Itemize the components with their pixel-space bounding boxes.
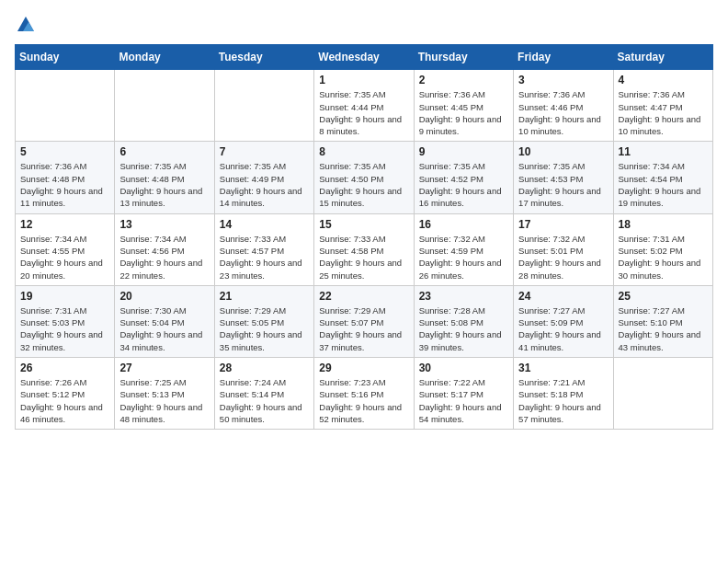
calendar-header-row: SundayMondayTuesdayWednesdayThursdayFrid… bbox=[16, 45, 713, 70]
day-number: 14 bbox=[220, 218, 309, 231]
calendar-cell: 27Sunrise: 7:25 AM Sunset: 5:13 PM Dayli… bbox=[115, 358, 214, 430]
day-number: 22 bbox=[319, 290, 408, 303]
calendar-cell: 13Sunrise: 7:34 AM Sunset: 4:56 PM Dayli… bbox=[115, 213, 214, 285]
day-info: Sunrise: 7:29 AM Sunset: 5:05 PM Dayligh… bbox=[220, 304, 309, 353]
day-number: 6 bbox=[119, 145, 209, 158]
day-number: 29 bbox=[319, 362, 408, 374]
day-info: Sunrise: 7:35 AM Sunset: 4:48 PM Dayligh… bbox=[119, 160, 209, 209]
day-number: 2 bbox=[419, 74, 508, 86]
day-info: Sunrise: 7:23 AM Sunset: 5:16 PM Dayligh… bbox=[319, 376, 408, 425]
day-number: 8 bbox=[319, 145, 408, 158]
day-info: Sunrise: 7:22 AM Sunset: 5:17 PM Dayligh… bbox=[419, 376, 508, 425]
day-number: 27 bbox=[119, 362, 209, 374]
calendar-cell: 20Sunrise: 7:30 AM Sunset: 5:04 PM Dayli… bbox=[115, 285, 214, 357]
calendar-cell bbox=[16, 70, 115, 142]
calendar-cell: 1Sunrise: 7:35 AM Sunset: 4:44 PM Daylig… bbox=[314, 70, 414, 142]
calendar-cell: 12Sunrise: 7:34 AM Sunset: 4:55 PM Dayli… bbox=[16, 213, 115, 285]
day-number: 17 bbox=[518, 218, 608, 231]
day-info: Sunrise: 7:30 AM Sunset: 5:04 PM Dayligh… bbox=[119, 304, 209, 353]
day-number: 19 bbox=[20, 290, 109, 303]
day-info: Sunrise: 7:34 AM Sunset: 4:56 PM Dayligh… bbox=[119, 233, 209, 282]
calendar-week-1: 1Sunrise: 7:35 AM Sunset: 4:44 PM Daylig… bbox=[16, 70, 713, 142]
day-info: Sunrise: 7:27 AM Sunset: 5:09 PM Dayligh… bbox=[518, 304, 608, 353]
day-number: 23 bbox=[419, 290, 508, 303]
calendar-cell: 28Sunrise: 7:24 AM Sunset: 5:14 PM Dayli… bbox=[214, 358, 313, 430]
day-number: 5 bbox=[20, 145, 109, 158]
day-number: 30 bbox=[419, 362, 508, 374]
calendar-cell: 18Sunrise: 7:31 AM Sunset: 5:02 PM Dayli… bbox=[613, 213, 712, 285]
day-info: Sunrise: 7:33 AM Sunset: 4:57 PM Dayligh… bbox=[220, 233, 309, 282]
calendar-cell: 23Sunrise: 7:28 AM Sunset: 5:08 PM Dayli… bbox=[414, 285, 513, 357]
calendar-cell: 6Sunrise: 7:35 AM Sunset: 4:48 PM Daylig… bbox=[115, 142, 214, 213]
day-number: 7 bbox=[220, 145, 309, 158]
weekday-header-friday: Friday bbox=[514, 45, 613, 70]
calendar-cell: 11Sunrise: 7:34 AM Sunset: 4:54 PM Dayli… bbox=[613, 142, 712, 213]
day-info: Sunrise: 7:31 AM Sunset: 5:02 PM Dayligh… bbox=[619, 233, 708, 282]
calendar-cell: 24Sunrise: 7:27 AM Sunset: 5:09 PM Dayli… bbox=[514, 285, 613, 357]
calendar-week-2: 5Sunrise: 7:36 AM Sunset: 4:48 PM Daylig… bbox=[16, 142, 713, 213]
day-info: Sunrise: 7:36 AM Sunset: 4:46 PM Dayligh… bbox=[518, 88, 608, 137]
day-info: Sunrise: 7:34 AM Sunset: 4:54 PM Dayligh… bbox=[619, 160, 708, 209]
calendar-cell: 25Sunrise: 7:27 AM Sunset: 5:10 PM Dayli… bbox=[613, 285, 712, 357]
weekday-header-sunday: Sunday bbox=[16, 45, 115, 70]
day-info: Sunrise: 7:29 AM Sunset: 5:07 PM Dayligh… bbox=[319, 304, 408, 353]
calendar-cell: 26Sunrise: 7:26 AM Sunset: 5:12 PM Dayli… bbox=[16, 358, 115, 430]
calendar-cell: 8Sunrise: 7:35 AM Sunset: 4:50 PM Daylig… bbox=[314, 142, 414, 213]
calendar-cell: 29Sunrise: 7:23 AM Sunset: 5:16 PM Dayli… bbox=[314, 358, 414, 430]
logo-icon bbox=[16, 15, 36, 35]
calendar-cell: 17Sunrise: 7:32 AM Sunset: 5:01 PM Dayli… bbox=[514, 213, 613, 285]
calendar-cell: 30Sunrise: 7:22 AM Sunset: 5:17 PM Dayli… bbox=[414, 358, 513, 430]
weekday-header-thursday: Thursday bbox=[414, 45, 513, 70]
calendar-cell: 5Sunrise: 7:36 AM Sunset: 4:48 PM Daylig… bbox=[16, 142, 115, 213]
day-number: 3 bbox=[518, 74, 608, 86]
calendar-cell: 9Sunrise: 7:35 AM Sunset: 4:52 PM Daylig… bbox=[414, 142, 513, 213]
day-info: Sunrise: 7:31 AM Sunset: 5:03 PM Dayligh… bbox=[20, 304, 109, 353]
day-info: Sunrise: 7:33 AM Sunset: 4:58 PM Dayligh… bbox=[319, 233, 408, 282]
day-info: Sunrise: 7:36 AM Sunset: 4:45 PM Dayligh… bbox=[419, 88, 508, 137]
calendar-cell bbox=[214, 70, 313, 142]
day-number: 25 bbox=[619, 290, 708, 303]
day-number: 4 bbox=[619, 74, 708, 86]
day-info: Sunrise: 7:21 AM Sunset: 5:18 PM Dayligh… bbox=[518, 376, 608, 425]
day-info: Sunrise: 7:27 AM Sunset: 5:10 PM Dayligh… bbox=[619, 304, 708, 353]
day-info: Sunrise: 7:36 AM Sunset: 4:47 PM Dayligh… bbox=[619, 88, 708, 137]
weekday-header-saturday: Saturday bbox=[613, 45, 712, 70]
day-info: Sunrise: 7:35 AM Sunset: 4:53 PM Dayligh… bbox=[518, 160, 608, 209]
day-info: Sunrise: 7:24 AM Sunset: 5:14 PM Dayligh… bbox=[220, 376, 309, 425]
day-info: Sunrise: 7:35 AM Sunset: 4:50 PM Dayligh… bbox=[319, 160, 408, 209]
day-number: 31 bbox=[518, 362, 608, 374]
day-number: 9 bbox=[419, 145, 508, 158]
page-header bbox=[15, 15, 713, 35]
weekday-header-tuesday: Tuesday bbox=[214, 45, 313, 70]
day-info: Sunrise: 7:35 AM Sunset: 4:49 PM Dayligh… bbox=[220, 160, 309, 209]
day-number: 18 bbox=[619, 218, 708, 231]
day-info: Sunrise: 7:25 AM Sunset: 5:13 PM Dayligh… bbox=[119, 376, 209, 425]
day-number: 1 bbox=[319, 74, 408, 86]
calendar-cell: 22Sunrise: 7:29 AM Sunset: 5:07 PM Dayli… bbox=[314, 285, 414, 357]
calendar-week-3: 12Sunrise: 7:34 AM Sunset: 4:55 PM Dayli… bbox=[16, 213, 713, 285]
day-info: Sunrise: 7:28 AM Sunset: 5:08 PM Dayligh… bbox=[419, 304, 508, 353]
day-info: Sunrise: 7:32 AM Sunset: 5:01 PM Dayligh… bbox=[518, 233, 608, 282]
calendar-cell bbox=[613, 358, 712, 430]
calendar-cell: 3Sunrise: 7:36 AM Sunset: 4:46 PM Daylig… bbox=[514, 70, 613, 142]
calendar-cell: 2Sunrise: 7:36 AM Sunset: 4:45 PM Daylig… bbox=[414, 70, 513, 142]
calendar-cell: 31Sunrise: 7:21 AM Sunset: 5:18 PM Dayli… bbox=[514, 358, 613, 430]
calendar-cell: 10Sunrise: 7:35 AM Sunset: 4:53 PM Dayli… bbox=[514, 142, 613, 213]
day-number: 15 bbox=[319, 218, 408, 231]
day-info: Sunrise: 7:26 AM Sunset: 5:12 PM Dayligh… bbox=[20, 376, 109, 425]
calendar-cell: 15Sunrise: 7:33 AM Sunset: 4:58 PM Dayli… bbox=[314, 213, 414, 285]
calendar-cell: 14Sunrise: 7:33 AM Sunset: 4:57 PM Dayli… bbox=[214, 213, 313, 285]
day-info: Sunrise: 7:32 AM Sunset: 4:59 PM Dayligh… bbox=[419, 233, 508, 282]
calendar-cell: 16Sunrise: 7:32 AM Sunset: 4:59 PM Dayli… bbox=[414, 213, 513, 285]
calendar-cell: 4Sunrise: 7:36 AM Sunset: 4:47 PM Daylig… bbox=[613, 70, 712, 142]
day-number: 21 bbox=[220, 290, 309, 303]
day-info: Sunrise: 7:34 AM Sunset: 4:55 PM Dayligh… bbox=[20, 233, 109, 282]
day-number: 12 bbox=[20, 218, 109, 231]
calendar-week-5: 26Sunrise: 7:26 AM Sunset: 5:12 PM Dayli… bbox=[16, 358, 713, 430]
day-number: 10 bbox=[518, 145, 608, 158]
calendar-cell bbox=[115, 70, 214, 142]
calendar-cell: 19Sunrise: 7:31 AM Sunset: 5:03 PM Dayli… bbox=[16, 285, 115, 357]
day-number: 13 bbox=[119, 218, 209, 231]
day-info: Sunrise: 7:35 AM Sunset: 4:52 PM Dayligh… bbox=[419, 160, 508, 209]
day-number: 16 bbox=[419, 218, 508, 231]
